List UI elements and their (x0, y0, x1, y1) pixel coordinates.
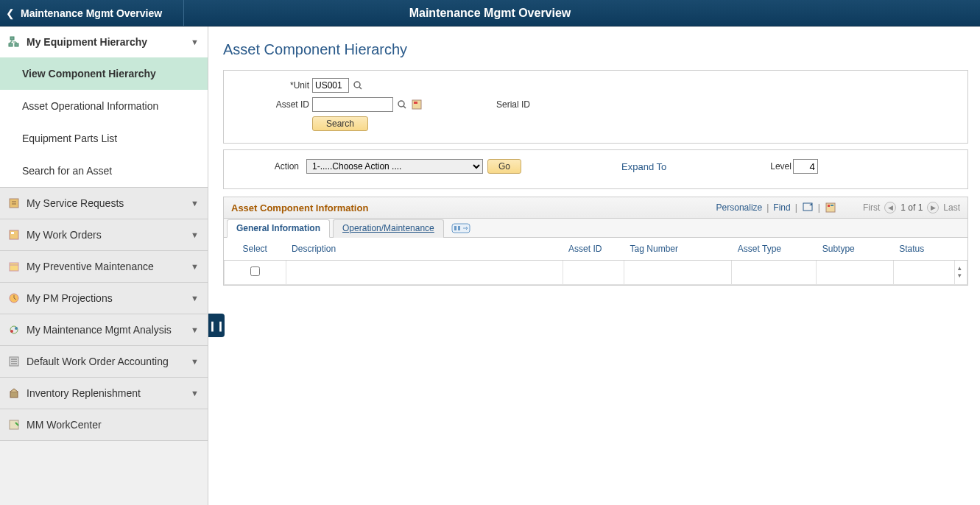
chevron-down-icon: ▼ (191, 294, 199, 303)
page-title: Asset Component Hierarchy (223, 41, 968, 58)
level-input[interactable] (793, 159, 818, 174)
sidebar-section-mm-workcenter[interactable]: MM WorkCenter (0, 409, 208, 440)
table-row: ▲ ▼ (225, 261, 967, 285)
asset-id-label: Asset ID (268, 99, 312, 110)
tab-operation-maintenance[interactable]: Operation/Maintenance (333, 219, 444, 238)
related-actions-icon[interactable] (411, 99, 423, 110)
sidebar-section-label: Inventory Replenishment (27, 387, 141, 399)
sidebar-section-label: My Service Requests (27, 197, 124, 209)
chevron-down-icon: ▼ (191, 262, 199, 271)
show-all-columns-icon[interactable] (447, 219, 475, 237)
paging-first[interactable]: First (863, 202, 880, 213)
cell-asset-type (732, 261, 817, 285)
lookup-icon[interactable] (352, 80, 364, 91)
back-chevron-icon[interactable]: ❮ (6, 7, 15, 19)
sidebar-section-equipment-hierarchy[interactable]: My Equipment Hierarchy ▼ (0, 27, 208, 57)
cell-subtype (817, 261, 893, 285)
analysis-icon (7, 323, 21, 336)
paging-last[interactable]: Last (943, 202, 960, 213)
paging-prev-icon[interactable]: ◀ (884, 202, 896, 213)
pm-projections-icon (7, 292, 21, 305)
sidebar-section-pm-projections[interactable]: My PM Projections ▼ (0, 283, 208, 314)
sidebar-section-inventory-replenishment[interactable]: Inventory Replenishment ▼ (0, 378, 208, 409)
svg-rect-24 (458, 226, 460, 230)
page-title-header: Maintenance Mgmt Overview (409, 7, 571, 20)
sidebar-section-service-requests[interactable]: My Service Requests ▼ (0, 188, 208, 219)
chevron-down-icon: ▼ (191, 38, 199, 46)
sidebar-item-equipment-parts-list[interactable]: Equipment Parts List (0, 122, 208, 155)
sidebar-section-label: My Equipment Hierarchy (27, 36, 147, 48)
chevron-down-icon: ▼ (191, 389, 199, 398)
serial-id-label: Serial ID (489, 99, 533, 110)
grid-table: Select Description Asset ID Tag Number A… (224, 238, 967, 285)
asset-id-input[interactable] (312, 97, 393, 112)
grid-title: Asset Component Information (231, 202, 716, 213)
inventory-icon (7, 386, 21, 400)
svg-rect-16 (412, 100, 421, 109)
cell-description (286, 261, 563, 285)
sidebar-item-asset-operational-information[interactable]: Asset Operational Information (0, 90, 208, 122)
row-select-checkbox[interactable] (250, 266, 260, 276)
zoom-icon[interactable] (802, 202, 814, 213)
sidebar-section-label: MM WorkCenter (27, 419, 102, 431)
breadcrumb[interactable]: ❮ Maintenance Mgmt Overview (0, 0, 184, 26)
personalize-link[interactable]: Personalize (716, 202, 763, 213)
preventive-maintenance-icon (7, 260, 21, 273)
svg-rect-17 (414, 102, 417, 104)
expand-to-link[interactable]: Expand To (621, 161, 666, 172)
svg-rect-23 (454, 226, 456, 230)
sidebar-section-label: My PM Projections (27, 292, 113, 304)
breadcrumb-label: Maintenance Mgmt Overview (21, 7, 162, 19)
sidebar-section-preventive-maintenance[interactable]: My Preventive Maintenance ▼ (0, 251, 208, 282)
svg-point-9 (10, 330, 13, 333)
go-button[interactable]: Go (487, 159, 521, 174)
paging-range: 1 of 1 (900, 202, 923, 213)
cell-tag-number (624, 261, 732, 285)
svg-rect-3 (10, 199, 18, 208)
service-requests-icon (7, 197, 21, 210)
tab-general-information[interactable]: General Information (227, 219, 330, 238)
action-select[interactable]: 1-.....Choose Action .... (306, 159, 483, 174)
paging-next-icon[interactable]: ▶ (927, 202, 939, 213)
sidebar-item-view-component-hierarchy[interactable]: View Component Hierarchy (0, 57, 208, 90)
sidebar-item-search-for-asset[interactable]: Search for an Asset (0, 155, 208, 187)
sidebar-section-maintenance-analysis[interactable]: My Maintenance Mgmt Analysis ▼ (0, 314, 208, 345)
top-bar: ❮ Maintenance Mgmt Overview Maintenance … (0, 0, 980, 27)
download-icon[interactable] (825, 202, 836, 213)
sidebar-section-label: My Maintenance Mgmt Analysis (27, 324, 172, 336)
cell-asset-id (563, 261, 624, 285)
grid: Asset Component Information Personalize … (223, 197, 968, 286)
sidebar-section-work-orders[interactable]: My Work Orders ▼ (0, 219, 208, 250)
col-description: Description (286, 238, 563, 261)
col-select: Select (225, 238, 286, 261)
grid-tools: Personalize | Find | | First ◀ 1 of 1 (716, 202, 960, 213)
col-asset-type: Asset Type (732, 238, 817, 261)
svg-rect-4 (10, 230, 18, 239)
svg-point-15 (398, 101, 404, 107)
sidebar-section-default-wo-accounting[interactable]: Default Work Order Accounting ▼ (0, 346, 208, 377)
sidebar-collapse-handle[interactable]: ❙❙ (208, 314, 225, 337)
lookup-icon[interactable] (396, 99, 408, 110)
chevron-down-icon: ▼ (191, 199, 199, 208)
chevron-down-icon: ▼ (191, 325, 199, 334)
sidebar-section-label: Default Work Order Accounting (27, 356, 169, 367)
sidebar-section-label: My Preventive Maintenance (27, 261, 154, 272)
chevron-down-icon: ▼ (191, 230, 199, 239)
scroll-down-icon[interactable]: ▼ (955, 272, 964, 280)
find-link[interactable]: Find (773, 202, 790, 213)
svg-rect-12 (10, 392, 18, 398)
search-button[interactable]: Search (312, 116, 368, 131)
col-tag-number: Tag Number (624, 238, 732, 261)
work-orders-icon (7, 228, 21, 241)
svg-rect-5 (11, 232, 14, 234)
sidebar: My Equipment Hierarchy ▼ View Component … (0, 27, 208, 505)
unit-label: *Unit (268, 80, 312, 91)
sidebar-section-label: My Work Orders (27, 229, 102, 241)
unit-input[interactable] (312, 78, 349, 93)
col-status: Status (893, 238, 955, 261)
svg-rect-6 (10, 263, 18, 271)
svg-point-10 (15, 327, 18, 330)
grid-tabs: General Information Operation/Maintenanc… (224, 219, 967, 238)
scroll-up-icon[interactable]: ▲ (955, 265, 964, 272)
level-label: Level (770, 161, 792, 172)
